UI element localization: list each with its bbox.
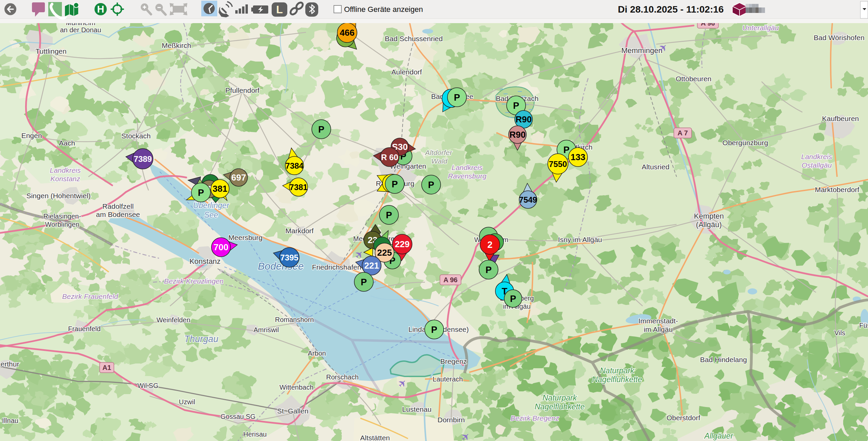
svg-text:Nagelfluhkette: Nagelfluhkette [592,375,642,384]
svg-text:381: 381 [212,184,227,194]
svg-text:Oberstdorf: Oberstdorf [666,414,700,422]
svg-text:Überlinger: Überlinger [193,201,229,210]
svg-text:Altstätten: Altstätten [360,434,390,441]
svg-text:im Allgäu: im Allgäu [644,325,673,333]
svg-text:Füssen: Füssen [859,322,868,329]
svg-text:H: H [97,4,104,15]
svg-text:Immenstadt-: Immenstadt- [639,317,678,325]
svg-text:Uzwil: Uzwil [179,398,195,406]
svg-text:P: P [513,101,519,111]
svg-text:Kaufbeuren: Kaufbeuren [822,115,859,122]
svg-text:Nagelfluhkette: Nagelfluhkette [534,402,584,411]
svg-text:Weinfelden: Weinfelden [156,316,190,324]
svg-text:Wittenbach: Wittenbach [279,384,313,391]
svg-text:Winterthur: Winterthur [0,360,19,368]
svg-text:Landkreis: Landkreis [452,164,483,171]
svg-text:Meersburg: Meersburg [228,234,262,241]
svg-text:Ostallgäu: Ostallgäu [802,161,832,169]
svg-text:Aach: Aach [59,139,75,147]
svg-text:Altdorfer: Altdorfer [424,149,452,156]
svg-text:7550: 7550 [549,159,567,169]
svg-text:Naturpark: Naturpark [543,393,577,402]
svg-text:P: P [428,180,434,190]
svg-text:Marktoberdorf: Marktoberdorf [815,186,860,193]
svg-text:Romanshorn: Romanshorn [275,316,314,323]
svg-text:Offline Geräte anzeigen: Offline Geräte anzeigen [344,5,423,14]
svg-text:A 96: A 96 [443,276,458,284]
svg-text:Bregenz: Bregenz [440,357,467,365]
svg-text:Dornbirn: Dornbirn [438,416,465,424]
svg-text:Amriswil: Amriswil [254,326,279,334]
svg-text:P: P [361,277,367,287]
svg-text:Tuttlingen: Tuttlingen [35,47,66,55]
svg-text:Friedrichshafen: Friedrichshafen [312,263,361,271]
svg-text:R90: R90 [515,114,532,124]
svg-text:Thurgau: Thurgau [184,334,219,344]
svg-text:7549: 7549 [519,195,537,204]
svg-text:Di 28.10.2025 - 11:02:16: Di 28.10.2025 - 11:02:16 [618,4,724,15]
svg-text:A 7: A 7 [678,129,688,137]
svg-text:P: P [510,294,516,304]
svg-text:Singen (Hohentwiel): Singen (Hohentwiel) [26,192,90,200]
svg-text:Gossau SG: Gossau SG [220,413,255,420]
svg-text:Illnau: Illnau [2,417,18,424]
svg-text:Allgäuer: Allgäuer [704,431,734,440]
svg-text:Radolfzell: Radolfzell [102,202,134,210]
svg-text:am Bodensee: am Bodensee [96,210,140,218]
svg-text:Naturpark: Naturpark [600,366,635,375]
svg-text:Bezirk Kreuzlingen: Bezirk Kreuzlingen [164,277,223,285]
svg-text:Vils: Vils [834,329,845,337]
svg-text:Bezirk Frauenfeld: Bezirk Frauenfeld [62,292,119,300]
svg-text:Arbon: Arbon [308,350,326,357]
svg-text:133: 133 [571,152,585,162]
svg-text:L: L [276,3,283,16]
svg-text:P: P [431,325,437,335]
svg-text:Konstanz: Konstanz [50,175,80,183]
svg-text:2: 2 [487,240,492,250]
svg-text:Landkreis: Landkreis [50,166,81,174]
svg-text:7384: 7384 [285,161,304,170]
svg-text:700: 700 [214,242,228,252]
svg-text:See: See [204,210,218,219]
svg-text:Aulendorf: Aulendorf [391,68,422,76]
svg-text:221: 221 [364,260,379,271]
svg-text:St. Gallen: St. Gallen [277,407,308,415]
svg-text:Rielasingen-: Rielasingen- [43,213,81,220]
svg-text:Altusried: Altusried [642,163,669,171]
svg-text:Bezirk Bregenz: Bezirk Bregenz [511,414,559,422]
svg-text:an der Donau: an der Donau [60,26,101,34]
svg-text:Landkreis: Landkreis [801,153,832,160]
svg-text:P: P [392,179,398,189]
svg-text:P: P [454,92,460,103]
svg-text:Wil SG: Wil SG [137,382,158,389]
svg-text:Isny im Allgäu: Isny im Allgäu [558,236,602,243]
svg-text:Lauterach: Lauterach [433,375,463,383]
svg-text:Memmingen: Memmingen [621,46,662,55]
svg-text:R 60: R 60 [381,153,398,162]
svg-text:Herisau: Herisau [243,430,267,438]
svg-text:A1: A1 [102,364,111,371]
svg-text:R90: R90 [509,130,526,140]
svg-text:Engen: Engen [21,132,42,139]
svg-text:Meßkirch: Meßkirch [162,41,191,49]
svg-text:P: P [198,188,204,198]
svg-text:P: P [318,124,324,135]
svg-text:Bad Wörishofen: Bad Wörishofen [814,34,864,41]
svg-text:Konstanz: Konstanz [189,257,221,266]
svg-text:7395: 7395 [280,253,298,262]
svg-text:Obergünzburg: Obergünzburg [722,139,768,147]
svg-text:466: 466 [340,28,354,38]
svg-text:Frauenfeld: Frauenfeld [68,325,101,333]
svg-text:Lustenau: Lustenau [402,405,431,413]
svg-text:Rorschach: Rorschach [326,373,359,381]
svg-text:P: P [486,265,492,275]
svg-text:Stockach: Stockach [121,132,151,140]
svg-text:Bad Schussenried: Bad Schussenried [385,35,443,43]
svg-text:P: P [386,210,392,220]
svg-text:Worblingen: Worblingen [45,221,80,228]
svg-text:7389: 7389 [134,154,152,164]
svg-text:Wald: Wald [431,157,448,165]
svg-text:Markdorf: Markdorf [286,227,314,235]
svg-text:Ottobeuren: Ottobeuren [676,75,711,83]
svg-text:Bad Hindelang: Bad Hindelang [700,356,747,363]
